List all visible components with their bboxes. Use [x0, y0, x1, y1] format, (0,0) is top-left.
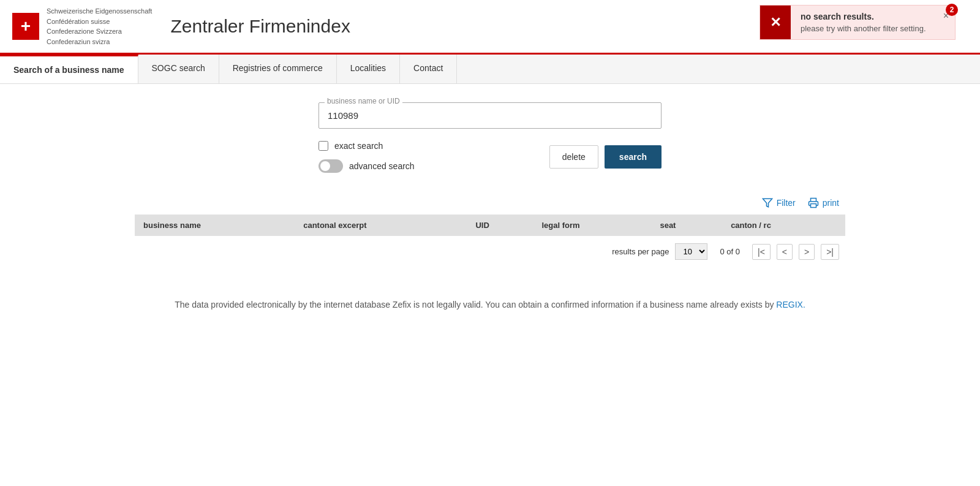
col-business-name: business name [135, 215, 295, 236]
filter-label: Filter [777, 198, 796, 208]
footer-note-text: The data provided electronically by the … [175, 300, 774, 309]
header-country-text: Schweizerische Eidgenossenschaft Confédé… [47, 6, 152, 47]
header: Schweizerische Eidgenossenschaft Confédé… [0, 0, 980, 55]
exact-search-label[interactable]: exact search [334, 141, 383, 151]
x-icon: ✕ [770, 15, 781, 31]
search-input-wrapper: business name or UID [318, 102, 662, 129]
svg-marker-0 [763, 199, 772, 207]
search-button[interactable]: search [605, 145, 662, 169]
nav-item-localities[interactable]: Localities [337, 55, 400, 83]
table-header: business name cantonal excerpt UID legal… [135, 215, 845, 236]
advanced-search-row: advanced search [318, 159, 415, 173]
notification-banner: ✕ no search results. please try with ano… [760, 5, 956, 40]
advanced-search-toggle[interactable] [318, 159, 343, 173]
notification-title: no search results. [801, 12, 927, 21]
search-input[interactable] [318, 102, 662, 129]
header-logo: Schweizerische Eidgenossenschaft Confédé… [12, 6, 152, 47]
prev-page-button[interactable]: < [777, 244, 793, 260]
results-per-page-select[interactable]: 10 25 50 [675, 243, 707, 260]
next-page-button[interactable]: > [799, 244, 815, 260]
results-per-page-label: results per page [612, 247, 669, 256]
first-page-button[interactable]: |< [752, 244, 771, 260]
regix-link[interactable]: REGIX. [776, 300, 805, 309]
exact-search-row: exact search [318, 141, 415, 151]
nav-item-contact[interactable]: Contact [400, 55, 457, 83]
advanced-search-label: advanced search [349, 161, 415, 171]
search-options-left: exact search advanced search [318, 141, 415, 173]
pagination-row: results per page 10 25 50 0 of 0 |< < > … [135, 236, 845, 267]
main-nav: Search of a business name SOGC search Re… [0, 55, 980, 84]
page-info: 0 of 0 [720, 247, 740, 256]
col-legal-form: legal form [533, 215, 651, 236]
filter-action[interactable]: Filter [762, 197, 796, 208]
notification-subtitle: please try with another filter setting. [801, 24, 927, 33]
actions-row: Filter print [135, 197, 845, 208]
search-form: business name or UID exact search advanc… [135, 102, 845, 173]
exact-search-checkbox[interactable] [318, 141, 328, 151]
filter-icon [762, 197, 773, 208]
print-label: print [823, 198, 839, 208]
search-input-label: business name or UID [325, 97, 402, 105]
notification-content: no search results. please try with anoth… [791, 6, 937, 39]
print-action[interactable]: print [808, 197, 839, 208]
footer-note: The data provided electronically by the … [135, 286, 845, 324]
print-icon [808, 197, 819, 208]
col-cantonal-excerpt: cantonal excerpt [295, 215, 467, 236]
nav-item-registries[interactable]: Registries of commerce [219, 55, 337, 83]
delete-button[interactable]: delete [549, 145, 598, 169]
col-uid: UID [467, 215, 533, 236]
notification-badge: 2 [946, 4, 958, 16]
col-canton-rc: canton / rc [722, 215, 845, 236]
search-buttons: delete search [549, 145, 662, 169]
main-content: business name or UID exact search advanc… [123, 84, 858, 342]
last-page-button[interactable]: >| [821, 244, 839, 260]
app-title: Zentraler Firmenindex [170, 16, 350, 37]
nav-item-search-business[interactable]: Search of a business name [0, 55, 138, 83]
nav-item-sogc-search[interactable]: SOGC search [138, 55, 219, 83]
notification-icon: ✕ [760, 6, 791, 39]
col-seat: seat [651, 215, 722, 236]
results-table: business name cantonal excerpt UID legal… [135, 215, 845, 236]
search-options-row: exact search advanced search delete sear… [318, 141, 662, 173]
svg-rect-1 [810, 204, 816, 208]
swiss-cross-icon [12, 13, 39, 40]
